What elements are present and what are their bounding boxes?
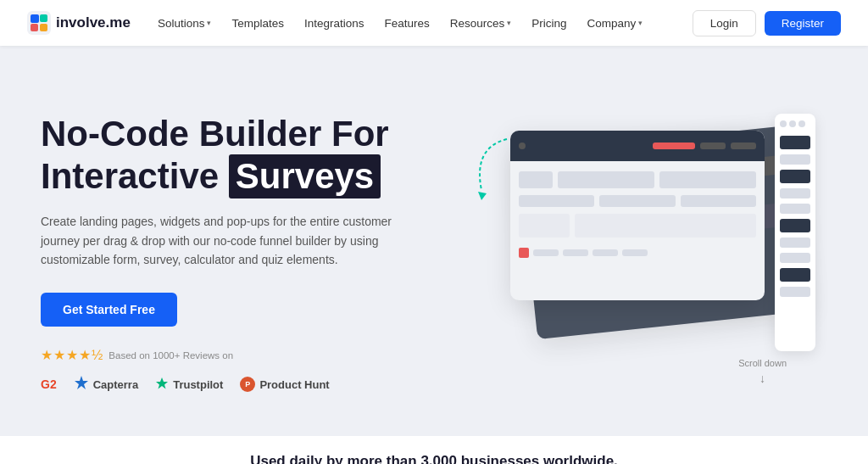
sidebar-panel bbox=[775, 114, 815, 351]
header-gray-bar2 bbox=[731, 143, 756, 149]
login-button[interactable]: Login bbox=[693, 10, 756, 36]
mock-block bbox=[659, 171, 756, 188]
sidebar-block bbox=[780, 287, 810, 297]
scroll-arrow-icon: ↓ bbox=[760, 372, 765, 385]
ratings-text: Based on 1000+ Reviews on bbox=[108, 350, 233, 361]
nav-templates[interactable]: Templates bbox=[231, 17, 284, 30]
hero-subtitle: Create landing pages, widgets and pop-up… bbox=[41, 212, 431, 269]
nav-pricing[interactable]: Pricing bbox=[531, 17, 566, 30]
hero-visual: Scroll down ↓ bbox=[481, 80, 827, 402]
bottom-strip-text: Used daily by more than 3,000 businesses… bbox=[0, 453, 868, 464]
svg-marker-6 bbox=[156, 377, 168, 389]
scroll-down-label: Scroll down ↓ bbox=[738, 358, 787, 385]
nav-resources[interactable]: Resources ▾ bbox=[450, 17, 512, 30]
brand-name: involve.me bbox=[56, 14, 131, 31]
mock-block bbox=[519, 195, 594, 207]
producthunt-icon: P bbox=[240, 377, 255, 392]
capterra-icon bbox=[74, 375, 89, 394]
mock-block bbox=[563, 249, 588, 256]
mock-row-3 bbox=[519, 214, 756, 238]
star-rating: ★★★★½ bbox=[41, 347, 103, 363]
svg-rect-0 bbox=[27, 11, 51, 35]
status-dot bbox=[519, 248, 529, 258]
svg-rect-2 bbox=[40, 14, 47, 22]
nav-features[interactable]: Features bbox=[385, 17, 430, 30]
sidebar-dots bbox=[780, 120, 810, 127]
producthunt-label: Product Hunt bbox=[259, 378, 329, 391]
mock-block bbox=[681, 195, 756, 207]
mockup-container bbox=[502, 114, 807, 368]
g2-icon: G2 bbox=[41, 377, 57, 391]
svg-marker-5 bbox=[75, 376, 88, 389]
register-button[interactable]: Register bbox=[765, 11, 841, 36]
brand-capterra: Capterra bbox=[74, 375, 138, 394]
brands-row: G2 Capterra bbox=[41, 375, 481, 394]
sidebar-block bbox=[780, 238, 810, 248]
brand-trustpilot: Trustpilot bbox=[155, 377, 223, 393]
mock-block bbox=[558, 171, 654, 188]
chevron-down-icon: ▾ bbox=[507, 19, 511, 27]
svg-rect-1 bbox=[31, 14, 39, 23]
hero-content: No-Code Builder For Interactive Surveys … bbox=[41, 88, 481, 394]
header-dot bbox=[519, 143, 526, 149]
mock-block bbox=[575, 214, 756, 238]
sidebar-block bbox=[780, 154, 810, 165]
sidebar-block bbox=[780, 136, 810, 149]
sidebar-block bbox=[780, 253, 810, 263]
sidebar-block bbox=[780, 268, 810, 282]
mock-block bbox=[519, 171, 553, 188]
chevron-down-icon: ▾ bbox=[207, 19, 211, 27]
brand-producthunt: P Product Hunt bbox=[240, 377, 329, 392]
nav-links: Solutions ▾ Templates Integrations Featu… bbox=[158, 17, 693, 30]
navbar: involve.me Solutions ▾ Templates Integra… bbox=[0, 0, 868, 46]
cta-button[interactable]: Get Started Free bbox=[41, 293, 177, 327]
sidebar-block bbox=[780, 170, 810, 183]
svg-rect-3 bbox=[31, 24, 38, 31]
sidebar-block bbox=[780, 204, 810, 214]
mock-row-1 bbox=[519, 171, 756, 188]
brand-logo[interactable]: involve.me bbox=[27, 11, 131, 35]
header-gray-bar bbox=[700, 143, 726, 149]
mockup-front-card bbox=[510, 131, 765, 300]
navbar-actions: Login Register bbox=[693, 10, 841, 36]
mock-block bbox=[599, 195, 675, 207]
logo-icon bbox=[27, 11, 51, 35]
header-red-bar bbox=[653, 143, 695, 149]
mock-block bbox=[533, 249, 559, 256]
mock-block bbox=[519, 214, 570, 238]
card-body bbox=[510, 161, 765, 268]
brand-g2: G2 bbox=[41, 377, 57, 391]
sidebar-block bbox=[780, 219, 810, 232]
mock-block bbox=[622, 249, 648, 256]
hero-section: No-Code Builder For Interactive Surveys … bbox=[0, 46, 868, 436]
hero-title: No-Code Builder For Interactive Surveys bbox=[41, 114, 481, 199]
sidebar-block bbox=[780, 188, 810, 198]
chevron-down-icon: ▾ bbox=[638, 19, 643, 27]
nav-company[interactable]: Company ▾ bbox=[587, 17, 643, 30]
ratings-row: ★★★★½ Based on 1000+ Reviews on bbox=[41, 347, 481, 363]
svg-rect-4 bbox=[40, 24, 47, 31]
nav-solutions[interactable]: Solutions ▾ bbox=[158, 17, 212, 30]
card-header bbox=[510, 131, 765, 161]
trustpilot-icon bbox=[155, 377, 169, 393]
nav-integrations[interactable]: Integrations bbox=[304, 17, 364, 30]
bottom-strip: Used daily by more than 3,000 businesses… bbox=[0, 436, 868, 464]
mock-row-2 bbox=[519, 195, 756, 207]
mock-block bbox=[593, 249, 618, 256]
